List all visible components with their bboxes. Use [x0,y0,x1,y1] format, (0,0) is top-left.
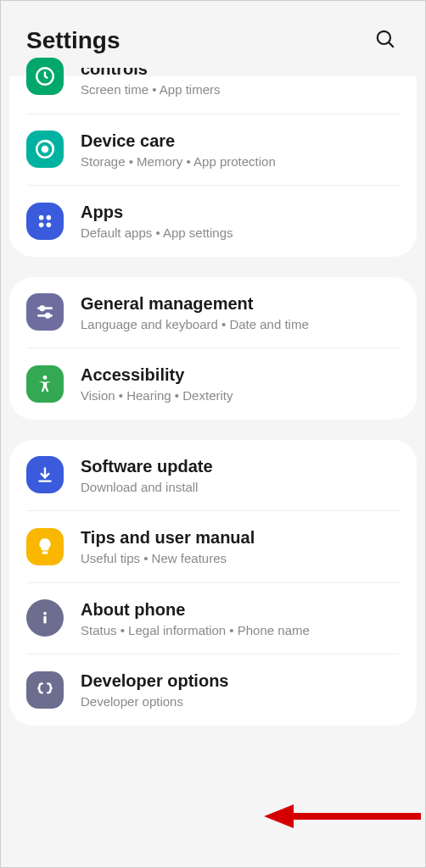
bottom-fade [1,859,425,867]
svg-rect-16 [43,616,46,624]
row-subtitle: Status • Legal information • Phone name [81,622,400,639]
row-title: Device care [81,130,400,152]
row-title: Apps [81,201,400,223]
svg-line-1 [389,42,394,47]
row-subtitle: Useful tips • New features [81,550,400,567]
svg-point-12 [46,314,49,317]
svg-point-8 [47,222,52,227]
row-texts: Developer options Developer options [81,670,400,710]
settings-header: Settings [1,1,425,76]
row-subtitle: Default apps • App settings [81,225,400,242]
svg-point-15 [43,612,47,615]
svg-point-7 [39,222,44,227]
row-subtitle: Vision • Hearing • Dexterity [81,387,400,404]
row-title: Tips and user manual [81,526,400,548]
row-title: About phone [81,598,400,620]
row-texts: controls Screen time • App timers [81,76,400,98]
row-subtitle: Storage • Memory • App protection [81,153,400,170]
arrow-annotation-icon [255,799,425,833]
svg-point-6 [47,215,52,220]
svg-point-5 [39,215,44,220]
settings-row-tips[interactable]: Tips and user manual Useful tips • New f… [26,510,400,582]
row-subtitle: Download and install [81,479,400,496]
row-title: Accessibility [81,364,400,386]
row-texts: Apps Default apps • App settings [81,201,400,242]
row-texts: Software update Download and install [81,455,400,496]
settings-row-accessibility[interactable]: Accessibility Vision • Hearing • Dexteri… [26,348,400,420]
svg-marker-18 [264,804,294,828]
device-care-icon [26,131,64,168]
developer-options-icon [26,671,64,709]
svg-rect-14 [42,551,48,554]
search-icon [374,40,396,53]
svg-point-10 [41,307,44,310]
row-title: Software update [81,455,400,477]
svg-point-4 [42,146,49,153]
settings-group-1: controls Screen time • App timers Device… [9,76,417,257]
svg-point-0 [378,31,390,44]
row-title: General management [81,292,400,314]
general-management-icon [26,293,64,331]
accessibility-icon [26,365,64,403]
row-subtitle: Screen time • App timers [81,81,400,98]
settings-row-developer-options[interactable]: Developer options Developer options [26,654,400,726]
settings-group-3: Software update Download and install Tip… [9,440,417,726]
settings-row-apps[interactable]: Apps Default apps • App settings [26,185,400,257]
row-texts: About phone Status • Legal information •… [81,598,400,639]
row-subtitle: Developer options [81,693,400,710]
settings-row-general-management[interactable]: General management Language and keyboard… [26,277,400,348]
row-texts: Tips and user manual Useful tips • New f… [81,526,400,567]
settings-row-software-update[interactable]: Software update Download and install [26,440,400,511]
search-button[interactable] [371,25,400,56]
about-phone-icon [26,599,64,637]
row-title: controls [81,68,400,80]
settings-row-device-care[interactable]: Device care Storage • Memory • App prote… [26,114,400,186]
settings-row-digital-wellbeing[interactable]: controls Screen time • App timers [26,76,400,114]
digital-wellbeing-icon [26,58,64,95]
software-update-icon [26,456,64,493]
settings-row-about-phone[interactable]: About phone Status • Legal information •… [26,582,400,654]
svg-point-13 [43,376,48,380]
row-subtitle: Language and keyboard • Date and time [81,316,400,333]
page-title: Settings [26,27,120,54]
row-texts: General management Language and keyboard… [81,292,400,333]
row-texts: Device care Storage • Memory • App prote… [81,130,400,170]
apps-icon [26,203,64,240]
tips-icon [26,528,64,565]
row-title: Developer options [81,670,400,692]
row-texts: Accessibility Vision • Hearing • Dexteri… [81,364,400,404]
settings-group-2: General management Language and keyboard… [9,277,417,420]
